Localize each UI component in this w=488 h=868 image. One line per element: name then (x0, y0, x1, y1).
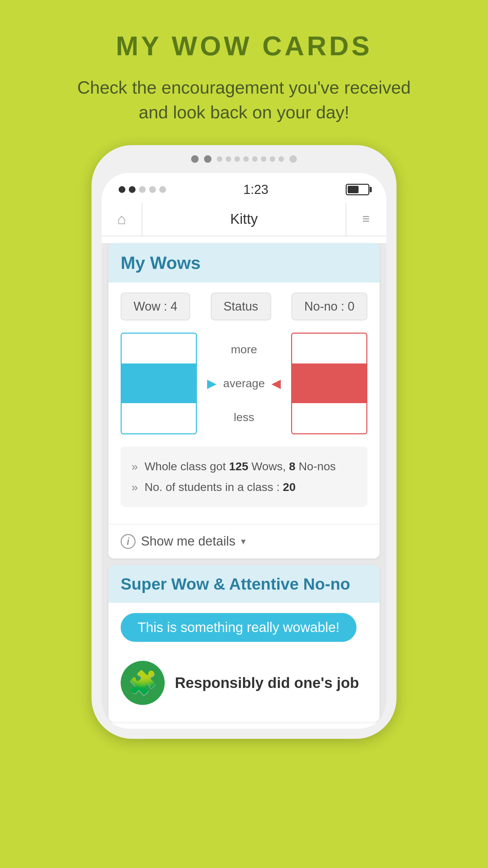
stats-line-1: » Whole class got 125 Wows, 8 No-nos (131, 456, 357, 477)
super-wow-card: Super Wow & Attentive No-no This is some… (108, 565, 380, 722)
signal-dot-4 (149, 186, 156, 193)
bar-bottom-blue (122, 403, 196, 433)
dot-2 (204, 155, 211, 163)
stats-line-2: » No. of students in a class : 20 (131, 477, 357, 497)
my-wows-header: My Wows (108, 243, 380, 282)
pagination-dots (102, 155, 386, 163)
stats-info: » Whole class got 125 Wows, 8 No-nos » N… (121, 447, 367, 507)
page-subtitle: Check the encouragement you've receiveda… (0, 75, 488, 125)
nav-title: Kitty (142, 211, 346, 227)
phone-screen: 1:23 ⌂ Kitty ≡ My Wows (102, 173, 386, 729)
dot-small-1 (217, 156, 222, 162)
status-badge[interactable]: Status (211, 293, 271, 320)
super-wow-body: This is something really wowable! 🧩 Resp… (108, 603, 380, 722)
resp-text: Responsibly did one's job (175, 674, 359, 691)
my-wows-body: Wow : 4 Status No-no : 0 ▶ more (108, 282, 380, 524)
signal-dot-1 (119, 186, 125, 193)
dot-small-3 (235, 156, 240, 162)
info-icon: i (121, 534, 136, 549)
dot-small-8 (279, 156, 284, 162)
battery-indicator (346, 184, 369, 195)
menu-button[interactable]: ≡ (346, 202, 386, 236)
dropdown-arrow-icon: ▾ (241, 536, 246, 547)
stats-nono-count: 8 (289, 460, 296, 473)
signal-indicator (119, 186, 166, 193)
dots-line (217, 156, 284, 162)
dot-small-7 (270, 156, 275, 162)
arrow-red: ◀ (271, 376, 281, 391)
home-icon: ⌂ (117, 211, 126, 228)
super-wow-title: Super Wow & Attentive No-no (121, 575, 367, 593)
wow-label-badge: This is something really wowable! (121, 613, 357, 642)
chevron-icon-1: » (131, 460, 138, 473)
dot-small-5 (252, 156, 258, 162)
wow-bar-chart (121, 333, 197, 434)
chart-labels: more average less (223, 333, 265, 434)
dot-1 (191, 155, 199, 163)
signal-dot-3 (139, 186, 146, 193)
page-title: MY WOW CARDS (0, 31, 488, 62)
page-header: MY WOW CARDS Check the encouragement you… (0, 0, 488, 125)
status-time: 1:23 (243, 182, 268, 197)
stats-wow-count: 125 (229, 460, 248, 473)
show-details-label: Show me details (141, 534, 236, 549)
nono-badge[interactable]: No-no : 0 (291, 293, 367, 320)
wow-badge[interactable]: Wow : 4 (121, 293, 190, 320)
label-less: less (223, 411, 265, 424)
my-wows-title: My Wows (121, 253, 367, 273)
label-average: average (223, 377, 265, 390)
stats-nono-label: No-nos (296, 460, 336, 473)
stats-row: Wow : 4 Status No-no : 0 (121, 293, 367, 320)
resp-item: 🧩 Responsibly did one's job (121, 654, 367, 712)
stats-prefix-2: No. of students in a class : (144, 480, 283, 493)
bar-bottom-red (292, 403, 366, 433)
my-wows-card: My Wows Wow : 4 Status No-no : 0 (108, 243, 380, 558)
bar-top-blue (122, 334, 196, 363)
nav-bar: ⌂ Kitty ≡ (102, 202, 386, 236)
dot-last (289, 155, 297, 163)
stats-wow-label: Wows, (248, 460, 289, 473)
dot-small-2 (226, 156, 231, 162)
app-content: My Wows Wow : 4 Status No-no : 0 (102, 243, 386, 722)
nono-bar-chart (291, 333, 367, 434)
stats-prefix-1: Whole class got (144, 460, 229, 473)
signal-dot-2 (129, 186, 136, 193)
super-wow-header: Super Wow & Attentive No-no (108, 565, 380, 603)
status-bar: 1:23 (102, 173, 386, 202)
chevron-icon-2: » (131, 480, 138, 493)
label-more: more (223, 343, 265, 356)
bar-fill-blue (122, 363, 196, 403)
battery-fill (348, 186, 359, 193)
stats-student-count: 20 (283, 480, 296, 493)
chart-row: ▶ more average less ◀ (121, 333, 367, 434)
dot-small-4 (243, 156, 249, 162)
puzzle-icon: 🧩 (121, 661, 165, 705)
bar-fill-red (292, 363, 366, 403)
show-details-section[interactable]: i Show me details ▾ (108, 524, 380, 558)
home-button[interactable]: ⌂ (102, 202, 142, 236)
phone-frame: 1:23 ⌂ Kitty ≡ My Wows (92, 145, 396, 739)
bar-top-red (292, 334, 366, 363)
dot-small-6 (261, 156, 266, 162)
signal-dot-5 (159, 186, 166, 193)
hamburger-icon: ≡ (362, 212, 370, 226)
arrow-blue: ▶ (207, 376, 217, 391)
